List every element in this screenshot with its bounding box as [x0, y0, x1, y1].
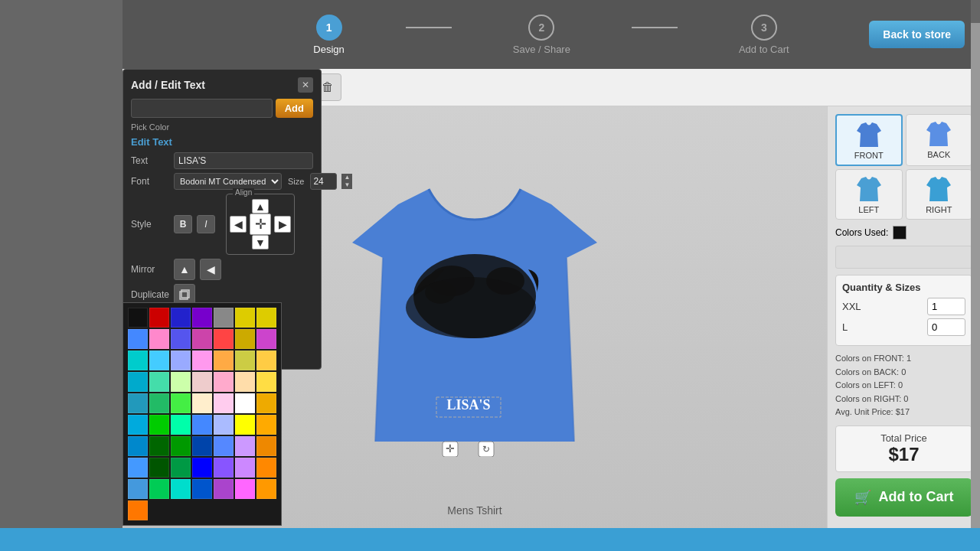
color-picker-swatch-59[interactable]	[192, 479, 212, 499]
color-picker-swatch-8[interactable]	[149, 329, 169, 349]
color-picker-swatch-52[interactable]	[192, 458, 212, 478]
color-picker-swatch-60[interactable]	[214, 479, 234, 499]
color-picker-swatch-19[interactable]	[235, 350, 255, 370]
back-to-store-button[interactable]: Back to store	[869, 21, 965, 48]
color-picker-swatch-54[interactable]	[235, 458, 255, 478]
color-picker-swatch-56[interactable]	[128, 479, 148, 499]
color-picker-swatch-51[interactable]	[171, 458, 191, 478]
color-picker-swatch-63[interactable]	[128, 500, 148, 520]
align-center-button[interactable]: ✛	[250, 214, 271, 235]
color-picker-swatch-61[interactable]	[235, 479, 255, 499]
color-picker-swatch-32[interactable]	[214, 393, 234, 413]
color-picker-swatch-4[interactable]	[214, 308, 234, 328]
panel-title: Add / Edit Text	[131, 79, 205, 91]
color-picker-swatch-49[interactable]	[128, 458, 148, 478]
size-up-button[interactable]: ▲	[341, 174, 352, 181]
text-form-row: Text	[131, 152, 313, 169]
color-picker-swatch-12[interactable]	[235, 329, 255, 349]
font-select[interactable]: Bodoni MT Condensed	[174, 173, 282, 190]
color-picker-swatch-27[interactable]	[256, 372, 276, 392]
color-picker-swatch-33[interactable]	[235, 393, 255, 413]
color-picker-swatch-20[interactable]	[256, 350, 276, 370]
color-picker-swatch-17[interactable]	[192, 350, 212, 370]
color-picker-swatch-34[interactable]	[256, 393, 276, 413]
color-picker-swatch-14[interactable]	[128, 350, 148, 370]
color-picker-swatch-47[interactable]	[235, 436, 255, 456]
mirror-h-button[interactable]: ▲	[174, 259, 195, 280]
text-value-input[interactable]	[174, 152, 313, 169]
font-size-input[interactable]	[310, 173, 337, 190]
color-picker-swatch-50[interactable]	[149, 458, 169, 478]
add-to-cart-button[interactable]: 🛒 Add to Cart	[835, 478, 972, 517]
color-picker-swatch-31[interactable]	[192, 393, 212, 413]
color-picker-swatch-21[interactable]	[128, 372, 148, 392]
color-picker-swatch-35[interactable]	[128, 415, 148, 435]
color-picker-swatch-2[interactable]	[171, 308, 191, 328]
tshirt-wrapper: ✛ ↻ 🗑 ↔	[352, 181, 597, 457]
color-picker-swatch-11[interactable]	[214, 329, 234, 349]
color-picker-swatch-57[interactable]	[149, 479, 169, 499]
align-box: Align ▲ ◀ ✛ ▶ ▼	[226, 194, 295, 255]
align-left-button[interactable]: ◀	[230, 216, 247, 233]
color-picker-swatch-44[interactable]	[171, 436, 191, 456]
panel-close-button[interactable]: ✕	[298, 77, 313, 93]
align-right-button[interactable]: ▶	[274, 216, 291, 233]
avg-unit-price: Avg. Unit Price: $17	[835, 406, 972, 419]
color-picker-swatch-38[interactable]	[192, 415, 212, 435]
view-front-button[interactable]: FRONT	[835, 114, 903, 166]
add-text-input[interactable]	[131, 99, 273, 118]
color-picker-swatch-53[interactable]	[214, 458, 234, 478]
color-picker-swatch-48[interactable]	[256, 436, 276, 456]
align-up-button[interactable]: ▲	[252, 199, 269, 214]
bold-button[interactable]: B	[174, 215, 192, 233]
color-picker-swatch-23[interactable]	[171, 372, 191, 392]
view-back-button[interactable]: BACK	[906, 114, 973, 166]
color-picker-swatch-46[interactable]	[214, 436, 234, 456]
step-2[interactable]: 2 Save / Share	[513, 15, 570, 55]
color-picker-swatch-18[interactable]	[214, 350, 234, 370]
qty-row-xxl: XXL	[842, 298, 965, 315]
color-picker-swatch-25[interactable]	[214, 372, 234, 392]
color-picker-swatch-7[interactable]	[128, 329, 148, 349]
color-picker-swatch-29[interactable]	[149, 393, 169, 413]
color-picker-swatch-6[interactable]	[256, 308, 276, 328]
color-picker-swatch-55[interactable]	[256, 458, 276, 478]
right-scrollbar[interactable]	[971, 0, 980, 528]
color-picker-swatch-9[interactable]	[171, 329, 191, 349]
color-picker-swatch-15[interactable]	[149, 350, 169, 370]
color-picker-swatch-24[interactable]	[192, 372, 212, 392]
view-right-button[interactable]: RIGHT	[906, 169, 973, 220]
align-down-button[interactable]: ▼	[252, 235, 269, 249]
color-picker-swatch-13[interactable]	[256, 329, 276, 349]
color-picker-swatch-37[interactable]	[171, 415, 191, 435]
size-down-button[interactable]: ▼	[341, 181, 352, 189]
view-left-button[interactable]: LEFT	[835, 169, 903, 220]
color-picker-swatch-39[interactable]	[214, 415, 234, 435]
color-picker-swatch-0[interactable]	[128, 308, 148, 328]
qty-input-xxl[interactable]	[927, 298, 965, 315]
mirror-v-button[interactable]: ◀	[200, 259, 221, 280]
color-picker-swatch-1[interactable]	[149, 308, 169, 328]
color-picker-swatch-40[interactable]	[235, 415, 255, 435]
color-picker-swatch-62[interactable]	[256, 479, 276, 499]
italic-button[interactable]: I	[197, 215, 215, 233]
step-1[interactable]: 1 Design	[313, 15, 344, 55]
step-3[interactable]: 3 Add to Cart	[739, 15, 789, 55]
color-picker-swatch-41[interactable]	[256, 415, 276, 435]
color-picker-swatch-26[interactable]	[235, 372, 255, 392]
color-picker-swatch-58[interactable]	[171, 479, 191, 499]
color-picker-swatch-36[interactable]	[149, 415, 169, 435]
qty-input-l[interactable]	[927, 318, 965, 336]
add-text-button[interactable]: Add	[276, 99, 313, 118]
color-picker-swatch-16[interactable]	[171, 350, 191, 370]
color-picker-swatch-22[interactable]	[149, 372, 169, 392]
color-picker-swatch-42[interactable]	[128, 436, 148, 456]
color-picker-swatch-3[interactable]	[192, 308, 212, 328]
color-picker-swatch-30[interactable]	[171, 393, 191, 413]
color-picker-swatch-5[interactable]	[235, 308, 255, 328]
color-picker-swatch-28[interactable]	[128, 393, 148, 413]
color-picker-swatch-43[interactable]	[149, 436, 169, 456]
color-picker-swatch-10[interactable]	[192, 329, 212, 349]
right-shirt-icon	[923, 174, 954, 205]
color-picker-swatch-45[interactable]	[192, 436, 212, 456]
